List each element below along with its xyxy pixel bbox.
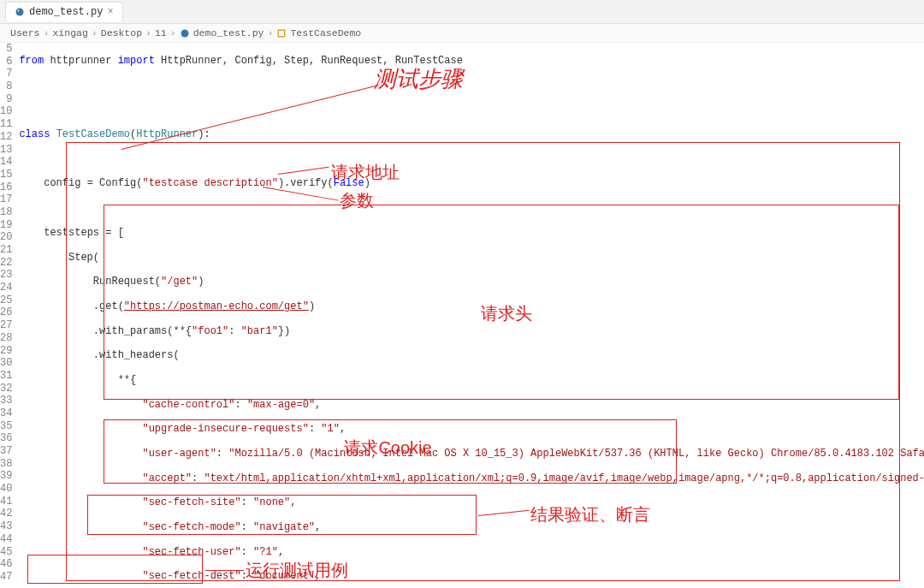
svg-point-2 xyxy=(181,29,188,37)
line-number: 19 xyxy=(0,219,12,232)
python-file-icon xyxy=(15,7,25,17)
line-gutter: 5678910111213141516171819202122232425262… xyxy=(0,43,19,588)
annotation-connector xyxy=(478,510,530,516)
line-number: 8 xyxy=(0,80,12,93)
line-number: 31 xyxy=(0,370,12,383)
line-number: 5 xyxy=(0,43,12,56)
line-number: 37 xyxy=(0,445,12,458)
tab-filename: demo_test.py xyxy=(29,6,103,18)
line-number: 24 xyxy=(0,282,12,294)
line-number: 30 xyxy=(0,357,12,370)
line-number: 38 xyxy=(0,458,12,471)
breadcrumb-item[interactable]: xingag xyxy=(52,27,87,39)
line-number: 22 xyxy=(0,257,12,270)
line-number: 11 xyxy=(0,118,12,131)
line-number: 35 xyxy=(0,420,12,433)
line-number: 41 xyxy=(0,496,12,508)
svg-rect-3 xyxy=(279,30,286,37)
file-tab[interactable]: demo_test.py × xyxy=(5,2,123,21)
python-file-icon xyxy=(180,28,190,39)
line-number: 13 xyxy=(0,144,12,157)
line-number: 47 xyxy=(0,571,12,584)
line-number: 18 xyxy=(0,206,12,219)
line-number: 29 xyxy=(0,345,12,358)
line-number: 44 xyxy=(0,533,12,546)
line-number: 39 xyxy=(0,470,12,483)
line-number: 36 xyxy=(0,432,12,445)
svg-point-0 xyxy=(16,9,24,16)
line-number: 20 xyxy=(0,231,12,244)
line-number: 45 xyxy=(0,546,12,559)
line-number: 34 xyxy=(0,407,12,420)
breadcrumb-item[interactable]: 11 xyxy=(155,27,167,39)
line-number: 12 xyxy=(0,131,12,144)
line-number: 33 xyxy=(0,395,12,407)
line-number: 17 xyxy=(0,193,12,206)
line-number: 28 xyxy=(0,332,12,345)
annotation-connector xyxy=(278,167,329,175)
line-number: 9 xyxy=(0,93,12,106)
code-area[interactable]: from httprunner import HttpRunner, Confi… xyxy=(19,43,924,588)
line-number: 14 xyxy=(0,156,12,169)
line-number: 21 xyxy=(0,244,12,257)
line-number: 26 xyxy=(0,306,12,319)
close-icon[interactable]: × xyxy=(107,6,113,18)
breadcrumb-item[interactable]: Desktop xyxy=(101,27,142,39)
line-number: 6 xyxy=(0,56,12,68)
svg-point-1 xyxy=(18,10,20,12)
line-number: 32 xyxy=(0,383,12,395)
line-number: 10 xyxy=(0,105,12,118)
line-number: 43 xyxy=(0,520,12,533)
code-editor[interactable]: 5678910111213141516171819202122232425262… xyxy=(0,43,924,588)
line-number: 7 xyxy=(0,68,12,80)
line-number: 16 xyxy=(0,181,12,194)
line-number: 23 xyxy=(0,269,12,282)
breadcrumb-item[interactable]: Users xyxy=(10,27,40,39)
tab-bar: demo_test.py × xyxy=(0,0,924,24)
class-icon xyxy=(276,28,287,39)
line-number: 42 xyxy=(0,508,12,520)
breadcrumb-item[interactable]: demo_test.py xyxy=(193,27,264,39)
line-number: 15 xyxy=(0,169,12,181)
line-number: 40 xyxy=(0,483,12,496)
line-number: 25 xyxy=(0,294,12,307)
breadcrumb-item[interactable]: TestCaseDemo xyxy=(290,27,361,39)
line-number: 46 xyxy=(0,558,12,571)
line-number: 27 xyxy=(0,319,12,332)
breadcrumb: Users› xingag› Desktop› 11› demo_test.py… xyxy=(0,24,924,43)
